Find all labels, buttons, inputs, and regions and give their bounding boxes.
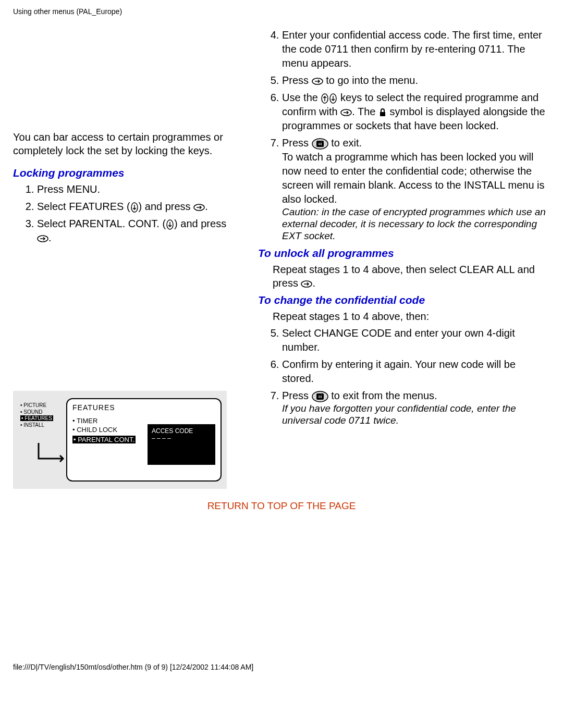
locking-steps-left: Press MENU. Select FEATURES () and press… xyxy=(13,182,237,245)
tv-popup-value: – – – – xyxy=(152,435,211,442)
tv-menu-diagram: • PICTURE • SOUND • FEATURES • INSTALL F… xyxy=(13,391,227,489)
connector-arrow-icon xyxy=(36,443,67,469)
left-column: You can bar access to certain programmes… xyxy=(13,26,237,489)
step-7: Press ≡i to exit. To watch a programme w… xyxy=(282,136,550,242)
change-step-7: Press ≡i to exit from the menus. If you … xyxy=(282,389,550,427)
right-oval-icon xyxy=(312,77,323,85)
page-header: Using other menus (PAL_Europe) xyxy=(13,7,550,16)
tv-main-title: FEATURES xyxy=(72,403,215,412)
page-footer: file:///D|/TV/english/150mt/osd/other.ht… xyxy=(13,663,550,671)
tv-sidebar-item: • INSTALL xyxy=(20,422,53,429)
tv-popup-title: ACCES CODE xyxy=(152,427,211,435)
right-oval-icon xyxy=(340,108,352,117)
locking-title: Locking programmes xyxy=(13,167,237,179)
tv-sidebar-item: • FEATURES xyxy=(20,415,53,422)
right-oval-icon xyxy=(37,235,48,243)
exit-button-icon: ≡i xyxy=(312,138,328,150)
tv-popup: ACCES CODE – – – – xyxy=(148,424,215,465)
change-code-title: To change the confidential code xyxy=(258,294,550,306)
step-1: Press MENU. xyxy=(37,182,237,196)
change-step-6: Confirm by entering it again. Your new c… xyxy=(282,357,550,386)
svg-rect-8 xyxy=(380,112,385,116)
tv-sidebar: • PICTURE • SOUND • FEATURES • INSTALL xyxy=(20,402,53,428)
locking-steps-right: Enter your confidential access code. The… xyxy=(258,28,550,242)
unlock-paragraph: Repeat stages 1 to 4 above, then select … xyxy=(273,263,550,290)
change-code-intro: Repeat stages 1 to 4 above, then: xyxy=(273,310,550,323)
tv-menu-item: • TIMER xyxy=(72,417,215,425)
tv-sidebar-item: • PICTURE xyxy=(20,402,53,409)
down-oval-icon xyxy=(130,202,139,213)
change-step-5: Select CHANGE CODE and enter your own 4-… xyxy=(282,326,550,354)
page: Using other menus (PAL_Europe) You can b… xyxy=(0,0,563,682)
svg-text:≡i: ≡i xyxy=(318,141,322,146)
step-4: Enter your confidential access code. The… xyxy=(282,28,550,70)
up-oval-icon xyxy=(321,93,329,104)
svg-text:≡i: ≡i xyxy=(318,394,322,399)
return-to-top-link[interactable]: RETURN TO TOP OF THE PAGE xyxy=(13,500,550,512)
tv-sidebar-item: • SOUND xyxy=(20,409,53,416)
step-5: Press to go into the menu. xyxy=(282,73,550,88)
step-3: Select PARENTAL. CONT. () and press . xyxy=(37,217,237,245)
right-oval-icon xyxy=(301,280,312,288)
right-column: Enter your confidential access code. The… xyxy=(258,26,550,489)
right-oval-icon xyxy=(193,203,205,212)
caution-note: Caution: in the case of encrypted progra… xyxy=(282,206,550,242)
down-oval-icon xyxy=(166,219,174,230)
content-columns: You can bar access to certain programmes… xyxy=(13,26,550,489)
lock-icon xyxy=(378,108,387,117)
step-2: Select FEATURES () and press . xyxy=(37,200,237,214)
intro-text: You can bar access to certain programmes… xyxy=(13,130,237,157)
exit-button-icon: ≡i xyxy=(312,391,328,402)
forgotten-code-note: If you have forgotten your confidential … xyxy=(282,403,550,427)
step-6: Use the keys to select the required prog… xyxy=(282,91,550,133)
unlock-title: To unlock all programmes xyxy=(258,247,550,260)
change-code-steps: Select CHANGE CODE and enter your own 4-… xyxy=(258,326,550,427)
down-oval-icon xyxy=(329,93,337,104)
tv-main-panel: FEATURES • TIMER • CHILD LOCK • PARENTAL… xyxy=(66,398,222,482)
